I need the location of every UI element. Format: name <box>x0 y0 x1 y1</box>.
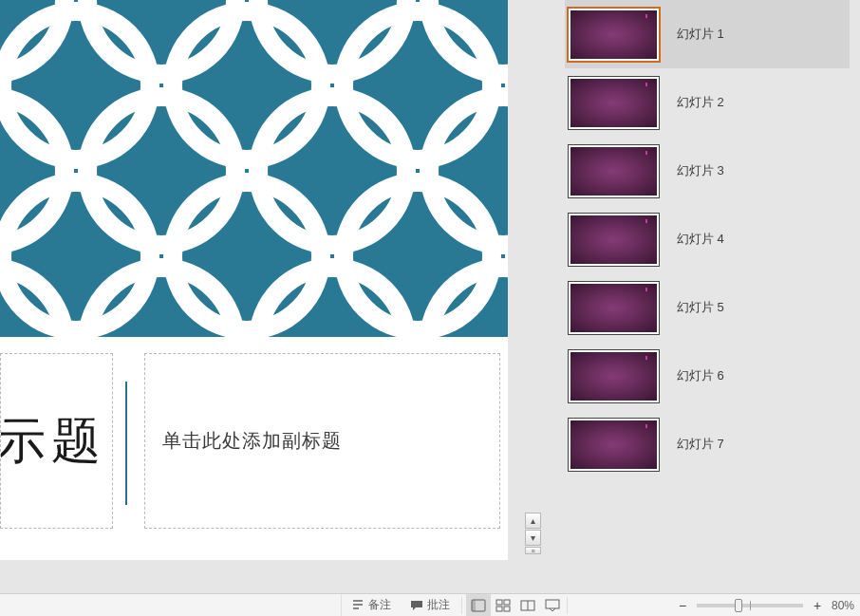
thumbnail-label: 幻灯片 2 <box>677 94 724 111</box>
reading-icon <box>520 599 535 612</box>
thumbnail-item[interactable]: 幻灯片 5 <box>565 273 850 342</box>
scroll-next-button[interactable]: ▾ <box>525 530 541 546</box>
title-region: 示题 单击此处添加副标题 <box>0 353 508 532</box>
thumbnail-preview <box>570 79 657 127</box>
comments-label: 批注 <box>427 597 450 613</box>
title-divider <box>125 382 127 505</box>
thumbnail-frame <box>568 144 660 198</box>
zoom-in-button[interactable]: + <box>809 597 826 614</box>
thumbnail-label: 幻灯片 1 <box>677 26 724 43</box>
svg-rect-12 <box>504 607 510 611</box>
thumbnail-frame <box>568 281 660 335</box>
slideshow-view-button[interactable] <box>540 594 565 617</box>
thumbnail-frame <box>568 8 660 62</box>
thumbnail-label: 幻灯片 3 <box>677 162 724 179</box>
thumbnail-label: 幻灯片 7 <box>677 436 724 453</box>
statusbar-divider <box>461 597 462 614</box>
svg-rect-8 <box>472 600 476 611</box>
thumbnail-item[interactable]: 幻灯片 6 <box>565 342 850 410</box>
thumbnail-preview <box>570 420 657 469</box>
reading-view-button[interactable] <box>515 594 540 617</box>
zoom-slider-thumb[interactable] <box>735 599 742 612</box>
statusbar-left-spacer <box>0 594 342 616</box>
view-toggle-group <box>466 594 565 617</box>
slide-pattern-bg <box>0 0 508 337</box>
normal-view-icon <box>471 599 486 612</box>
thumbnail-preview <box>570 284 657 332</box>
statusbar-divider-2 <box>567 597 568 614</box>
comments-button[interactable]: 批注 <box>401 594 459 616</box>
thumbnail-preview <box>570 147 657 196</box>
grid-icon <box>495 599 511 612</box>
thumbnail-item[interactable]: 幻灯片 1 <box>565 0 850 68</box>
zoom-percent-label: 80% <box>832 599 854 612</box>
slideshow-icon <box>545 599 560 612</box>
status-bar: 备注 批注 − + 80% <box>0 593 860 616</box>
svg-rect-5 <box>0 0 508 337</box>
svg-rect-10 <box>504 600 510 605</box>
title-placeholder[interactable]: 示题 <box>0 353 113 529</box>
zoom-slider[interactable] <box>697 604 803 607</box>
zoom-control: − + 80% <box>674 597 860 614</box>
svg-rect-9 <box>496 600 502 605</box>
thumbnail-frame <box>568 76 660 130</box>
slide-sorter-view-button[interactable] <box>491 594 515 617</box>
notes-icon <box>351 599 365 612</box>
thumbnail-item[interactable]: 幻灯片 7 <box>565 410 850 478</box>
svg-rect-11 <box>496 607 502 611</box>
editor-canvas: 示题 单击此处添加副标题 ▴ ▾ ≡ <box>0 0 553 593</box>
thumbnail-frame <box>568 213 660 267</box>
thumbnail-preview <box>570 352 657 401</box>
thumbnail-item[interactable]: 幻灯片 2 <box>565 68 850 137</box>
notes-button[interactable]: 备注 <box>342 594 401 616</box>
title-text: 示题 <box>0 408 106 475</box>
subtitle-text: 单击此处添加副标题 <box>162 428 342 454</box>
svg-rect-15 <box>546 600 559 608</box>
thumbnail-frame <box>568 349 660 403</box>
scroll-split-button[interactable]: ≡ <box>525 547 541 554</box>
thumbnail-label: 幻灯片 4 <box>677 231 724 248</box>
notes-label: 备注 <box>368 597 391 613</box>
zoom-slider-center-tick <box>750 601 751 610</box>
scroll-prev-button[interactable]: ▴ <box>525 513 541 529</box>
subtitle-placeholder[interactable]: 单击此处添加副标题 <box>144 353 500 529</box>
thumbnail-label: 幻灯片 6 <box>677 367 724 384</box>
thumbnail-preview <box>570 215 657 264</box>
thumbnail-preview <box>570 10 657 59</box>
thumbnail-item[interactable]: 幻灯片 3 <box>565 137 850 205</box>
thumbnail-list: 幻灯片 1幻灯片 2幻灯片 3幻灯片 4幻灯片 5幻灯片 6幻灯片 7 <box>565 0 850 478</box>
thumbnail-item[interactable]: 幻灯片 4 <box>565 205 850 273</box>
normal-view-button[interactable] <box>466 594 491 617</box>
slide-main[interactable]: 示题 单击此处添加副标题 <box>0 0 508 560</box>
zoom-out-button[interactable]: − <box>674 597 691 614</box>
comments-icon <box>410 599 423 612</box>
reuse-slides-panel: 幻灯片 1幻灯片 2幻灯片 3幻灯片 4幻灯片 5幻灯片 6幻灯片 7 保留源格… <box>553 0 860 593</box>
thumbnail-frame <box>568 418 660 472</box>
thumbnail-label: 幻灯片 5 <box>677 299 724 316</box>
